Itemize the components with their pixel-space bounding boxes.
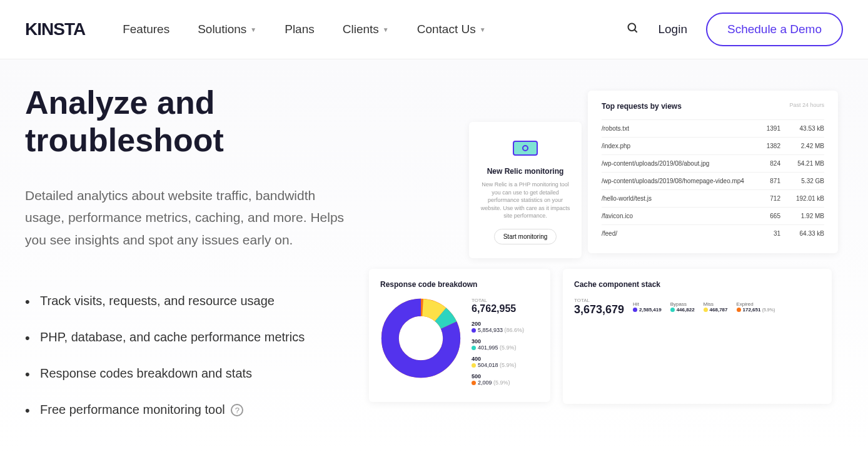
stat-item: 2005,854,933 (86.6%) [472,321,524,333]
header-actions: Login Schedule a Demo [627,13,843,46]
card-title: New Relic monitoring [480,167,570,176]
total-value: 6,762,955 [472,303,524,314]
nav-features[interactable]: Features [123,23,169,36]
response-code-card: Response code breakdown TOTAL 6,762,955 … [369,269,550,402]
legend-item: Expired172,651 (5.9%) [737,301,775,313]
list-item: PHP, database, and cache performance met… [25,319,350,355]
logo[interactable]: KINSTA [25,19,85,39]
table-row: /favicon.ico6651.92 MB [602,207,824,224]
card-header: Top requests by views Past 24 hours [602,102,824,111]
login-link[interactable]: Login [658,23,687,36]
legend-item: Miss468,787 [704,301,728,313]
table-row: /robots.txt139143.53 kB [602,119,824,137]
table-row: /index.php13822.42 MB [602,137,824,154]
svg-line-1 [635,30,637,33]
card-title: Top requests by views [602,102,682,111]
donut-chart [380,298,462,379]
chevron-down-icon: ▼ [480,26,486,33]
hero-text: Analyze and troubleshoot Detailed analyt… [25,84,350,428]
stat-item: 400504,018 (5.9%) [472,356,524,368]
chevron-down-icon: ▼ [383,26,389,33]
total-value: 3,673,679 [574,303,624,316]
legend-item: Hit2,585,419 [633,301,662,313]
chevron-down-icon: ▼ [250,26,256,33]
main-content: Analyze and troubleshoot Detailed analyt… [0,59,868,453]
start-monitoring-button[interactable]: Start monitoring [494,229,557,244]
nav-contact[interactable]: Contact Us▼ [417,23,486,36]
search-icon[interactable] [627,22,639,37]
cache-stack-card: Cache component stack TOTAL 3,673,679 Hi… [563,269,832,404]
card-title: Cache component stack [574,280,820,289]
header: KINSTA Features Solutions▼ Plans Clients… [0,0,868,59]
card-title: Response code breakdown [380,280,539,289]
table-row: /wp-content/uploads/2019/08/about.jpg824… [602,154,824,172]
eye-icon [513,141,538,156]
stat-item: 300401,995 (5.9%) [472,338,524,351]
dashboard-preview: New Relic monitoring New Relic is a PHP … [363,84,843,428]
nav-solutions[interactable]: Solutions▼ [198,23,256,36]
legend-item: Bypass446,822 [670,301,695,313]
table-row: /hello-world/test.js712192.01 kB [602,189,824,207]
list-item: Track visits, requests, and resource usa… [25,283,350,319]
list-item: Response codes breakdown and stats [25,355,350,391]
chart-legend: Hit2,585,419Bypass446,822Miss468,787Expi… [633,298,775,313]
help-icon[interactable]: ? [231,404,243,416]
time-range: Past 24 hours [789,102,824,111]
page-title: Analyze and troubleshoot [25,84,350,159]
nav-clients[interactable]: Clients▼ [343,23,389,36]
svg-point-0 [628,24,636,31]
stat-item: 5002,009 (5.9%) [472,373,524,386]
table-row: /feed/3164.33 kB [602,224,824,242]
nav-plans[interactable]: Plans [285,23,315,36]
newrelic-card: New Relic monitoring New Relic is a PHP … [469,122,582,258]
cache-header: TOTAL 3,673,679 Hit2,585,419Bypass446,82… [574,298,820,316]
response-stats: TOTAL 6,762,955 2005,854,933 (86.6%)3004… [472,298,524,391]
list-item: Free performance monitoring tool ? [25,391,350,428]
stacked-bar-chart [574,324,820,393]
top-requests-card: Top requests by views Past 24 hours /rob… [588,91,838,253]
hero-description: Detailed analytics about website traffic… [25,184,350,251]
card-description: New Relic is a PHP monitoring tool you c… [480,181,570,220]
main-nav: Features Solutions▼ Plans Clients▼ Conta… [123,23,608,36]
feature-list: Track visits, requests, and resource usa… [25,283,350,428]
schedule-demo-button[interactable]: Schedule a Demo [706,13,843,46]
table-row: /wp-content/uploads/2019/08/homepage-vid… [602,172,824,189]
